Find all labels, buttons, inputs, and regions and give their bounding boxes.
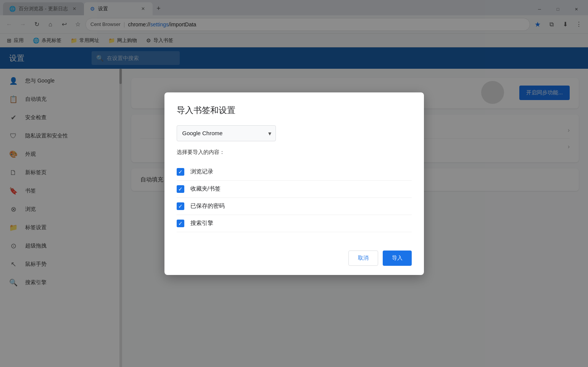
checkbox-history[interactable]: ✓ <box>177 168 184 176</box>
import-button[interactable]: 导入 <box>383 251 412 266</box>
checkmark-bookmarks: ✓ <box>178 186 183 192</box>
checkbox-bookmarks-label: 收藏夹/书签 <box>190 185 221 192</box>
main-content: 👤 您与 Google 📋 自动填充 ✔ 安全检查 🛡 隐私设置和安全性 🎨 外… <box>0 69 588 367</box>
checkbox-row-passwords: ✓ 已保存的密码 <box>177 198 412 215</box>
import-content-subtitle: 选择要导入的内容： <box>177 149 412 156</box>
source-select[interactable]: Google Chrome Firefox Microsoft Edge Int… <box>177 125 276 141</box>
checkbox-search-engine[interactable]: ✓ <box>177 220 184 227</box>
source-select-wrapper: Google Chrome Firefox Microsoft Edge Int… <box>177 125 276 141</box>
modal-overlay: 导入书签和设置 Google Chrome Firefox Microsoft … <box>122 69 588 367</box>
import-dialog: 导入书签和设置 Google Chrome Firefox Microsoft … <box>164 92 424 275</box>
checkbox-row-history: ✓ 浏览记录 <box>177 163 412 181</box>
checkmark-search-engine: ✓ <box>178 221 183 226</box>
checkbox-passwords[interactable]: ✓ <box>177 202 184 210</box>
checkbox-bookmarks[interactable]: ✓ <box>177 185 184 193</box>
checkmark-history: ✓ <box>178 169 183 175</box>
checkbox-search-engine-label: 搜索引擎 <box>190 220 213 227</box>
cancel-button[interactable]: 取消 <box>348 251 378 266</box>
checkbox-passwords-label: 已保存的密码 <box>190 202 225 210</box>
checkbox-row-bookmarks: ✓ 收藏夹/书签 <box>177 181 412 198</box>
settings-page: 设置 🔍 👤 您与 Google 📋 自动填充 ✔ 安全检查 <box>0 47 588 367</box>
checkbox-history-label: 浏览记录 <box>190 168 213 175</box>
content-area: 开启同步功能... › › 自动填充 导入书签和设置 <box>122 69 588 367</box>
checkmark-passwords: ✓ <box>178 204 183 209</box>
dialog-title: 导入书签和设置 <box>177 105 412 116</box>
dialog-footer: 取消 导入 <box>177 244 412 266</box>
checkbox-row-search-engine: ✓ 搜索引擎 <box>177 215 412 232</box>
